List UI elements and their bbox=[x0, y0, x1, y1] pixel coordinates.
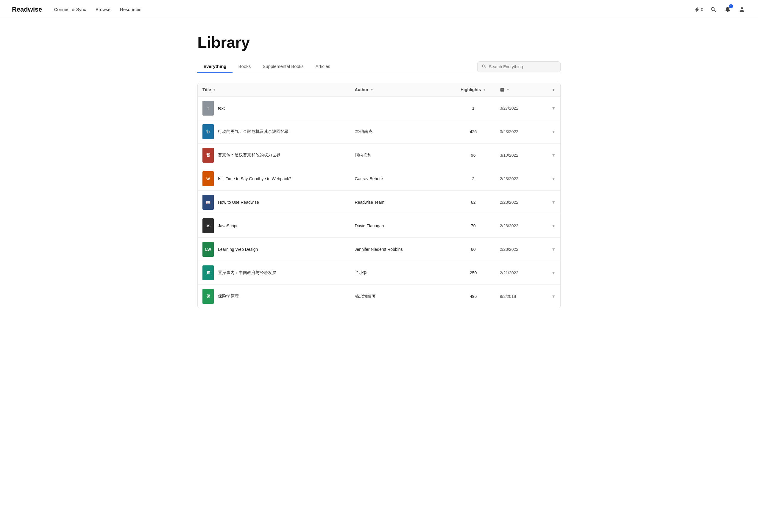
table-row: T text 1 3/27/2022 ▼ bbox=[198, 96, 560, 120]
highlights-cell: 1 bbox=[452, 96, 495, 120]
highlights-cell: 60 bbox=[452, 238, 495, 261]
brand-logo[interactable]: Readwise bbox=[12, 6, 42, 14]
highlights-cell: 496 bbox=[452, 285, 495, 308]
chevron-down-icon[interactable]: ▼ bbox=[551, 200, 556, 205]
chevron-down-icon[interactable]: ▼ bbox=[551, 129, 556, 134]
library-table: Title ▼ Author ▼ Highlights ▼ bbox=[197, 83, 561, 308]
flash-button[interactable]: 0 bbox=[694, 7, 703, 12]
title-cell: T text bbox=[198, 96, 350, 120]
chevron-down-icon[interactable]: ▼ bbox=[551, 176, 556, 181]
title-cell: 保 保险学原理 bbox=[198, 285, 350, 308]
highlights-cell: 70 bbox=[452, 214, 495, 238]
col-date[interactable]: ▼ bbox=[495, 83, 546, 96]
author-cell: 本·伯南克 bbox=[350, 120, 452, 144]
date-cell: 3/10/2022 bbox=[495, 144, 546, 167]
table-row: 行 行动的勇气：金融危机及其余波回忆录 本·伯南克 426 3/23/2022 … bbox=[198, 120, 560, 144]
author-cell: David Flanagan bbox=[350, 214, 452, 238]
notification-badge: 1 bbox=[729, 4, 733, 8]
author-sort-icon: ▼ bbox=[370, 88, 373, 91]
book-title: JavaScript bbox=[218, 224, 237, 228]
tab-books[interactable]: Books bbox=[232, 61, 257, 73]
highlights-sort-icon: ▼ bbox=[483, 88, 486, 91]
chevron-down-icon[interactable]: ▼ bbox=[551, 294, 556, 299]
author-cell bbox=[350, 96, 452, 120]
expand-all-icon[interactable]: ▼ bbox=[551, 87, 556, 92]
title-cell: 行 行动的勇气：金融危机及其余波回忆录 bbox=[198, 120, 350, 144]
row-expand-button[interactable]: ▼ bbox=[546, 167, 560, 191]
row-expand-button[interactable]: ▼ bbox=[546, 214, 560, 238]
row-expand-button[interactable]: ▼ bbox=[546, 238, 560, 261]
nav-links: Connect & Sync Browse Resources bbox=[54, 7, 141, 12]
page-title: Library bbox=[197, 33, 561, 51]
table-row: W Is It Time to Say Goodbye to Webpack? … bbox=[198, 167, 560, 191]
nav-browse[interactable]: Browse bbox=[95, 7, 111, 12]
date-cell: 3/27/2022 bbox=[495, 96, 546, 120]
author-cell: Jennifer Niederst Robbins bbox=[350, 238, 452, 261]
flash-count-label: 0 bbox=[701, 7, 703, 12]
book-title: How to Use Readwise bbox=[218, 200, 259, 205]
tabs: Everything Books Supplemental Books Arti… bbox=[197, 61, 477, 73]
title-cell: 普 普京传：硬汉普京和他的权力世界 bbox=[198, 144, 350, 167]
date-cell: 2/23/2022 bbox=[495, 167, 546, 191]
chevron-down-icon[interactable]: ▼ bbox=[551, 153, 556, 158]
search-box[interactable] bbox=[477, 61, 561, 72]
row-expand-button[interactable]: ▼ bbox=[546, 191, 560, 214]
title-cell: 📖 How to Use Readwise bbox=[198, 191, 350, 214]
nav-connect-sync[interactable]: Connect & Sync bbox=[54, 7, 86, 12]
row-expand-button[interactable]: ▼ bbox=[546, 144, 560, 167]
row-expand-button[interactable]: ▼ bbox=[546, 261, 560, 285]
main-content: Library Everything Books Supplemental Bo… bbox=[186, 19, 572, 308]
highlights-cell: 426 bbox=[452, 120, 495, 144]
title-sort-icon: ▼ bbox=[213, 88, 216, 91]
title-cell: LW Learning Web Design bbox=[198, 238, 350, 261]
table-row: JS JavaScript David Flanagan 70 2/23/202… bbox=[198, 214, 560, 238]
search-input[interactable] bbox=[489, 64, 556, 69]
nav-resources[interactable]: Resources bbox=[120, 7, 141, 12]
col-title[interactable]: Title ▼ bbox=[198, 83, 350, 96]
table-row: 置 置身事内：中国政府与经济发展 兰小欢 250 2/21/2022 ▼ bbox=[198, 261, 560, 285]
row-expand-button[interactable]: ▼ bbox=[546, 285, 560, 308]
book-title: 行动的勇气：金融危机及其余波回忆录 bbox=[218, 129, 289, 134]
chevron-down-icon[interactable]: ▼ bbox=[551, 270, 556, 275]
chevron-down-icon[interactable]: ▼ bbox=[551, 247, 556, 252]
title-cell: JS JavaScript bbox=[198, 214, 350, 238]
date-cell: 3/23/2022 bbox=[495, 120, 546, 144]
navbar: Readwise Connect & Sync Browse Resources… bbox=[0, 0, 758, 19]
highlights-cell: 62 bbox=[452, 191, 495, 214]
profile-icon[interactable] bbox=[738, 5, 746, 14]
search-icon bbox=[482, 64, 487, 70]
author-cell: Gaurav Behere bbox=[350, 167, 452, 191]
tab-supplemental-books[interactable]: Supplemental Books bbox=[257, 61, 310, 73]
book-title: 保险学原理 bbox=[218, 294, 239, 299]
col-author[interactable]: Author ▼ bbox=[350, 83, 452, 96]
book-title: Is It Time to Say Goodbye to Webpack? bbox=[218, 176, 291, 181]
book-title: 普京传：硬汉普京和他的权力世界 bbox=[218, 153, 281, 158]
book-title: text bbox=[218, 106, 225, 111]
table-row: 普 普京传：硬汉普京和他的权力世界 阿纳托利 96 3/10/2022 ▼ bbox=[198, 144, 560, 167]
date-cell: 2/23/2022 bbox=[495, 238, 546, 261]
title-cell: 置 置身事内：中国政府与经济发展 bbox=[198, 261, 350, 285]
highlights-cell: 250 bbox=[452, 261, 495, 285]
date-cell: 2/23/2022 bbox=[495, 214, 546, 238]
title-cell: W Is It Time to Say Goodbye to Webpack? bbox=[198, 167, 350, 191]
author-cell: 兰小欢 bbox=[350, 261, 452, 285]
tab-everything[interactable]: Everything bbox=[197, 61, 232, 73]
chevron-down-icon[interactable]: ▼ bbox=[551, 224, 556, 228]
search-icon-nav[interactable] bbox=[709, 5, 717, 14]
row-expand-button[interactable]: ▼ bbox=[546, 96, 560, 120]
table-header-row: Title ▼ Author ▼ Highlights ▼ bbox=[198, 83, 560, 96]
notifications-icon[interactable]: 1 bbox=[723, 5, 732, 14]
date-cell: 2/21/2022 bbox=[495, 261, 546, 285]
navbar-right: 0 1 bbox=[694, 5, 746, 14]
col-highlights[interactable]: Highlights ▼ bbox=[452, 83, 495, 96]
tab-articles[interactable]: Articles bbox=[310, 61, 336, 73]
date-cell: 9/3/2018 bbox=[495, 285, 546, 308]
row-expand-button[interactable]: ▼ bbox=[546, 120, 560, 144]
table-row: 保 保险学原理 杨忠海编著 496 9/3/2018 ▼ bbox=[198, 285, 560, 308]
book-title: Learning Web Design bbox=[218, 247, 258, 252]
author-cell: Readwise Team bbox=[350, 191, 452, 214]
highlights-cell: 96 bbox=[452, 144, 495, 167]
col-expand[interactable]: ▼ bbox=[546, 83, 560, 96]
author-cell: 杨忠海编著 bbox=[350, 285, 452, 308]
chevron-down-icon[interactable]: ▼ bbox=[551, 106, 556, 111]
